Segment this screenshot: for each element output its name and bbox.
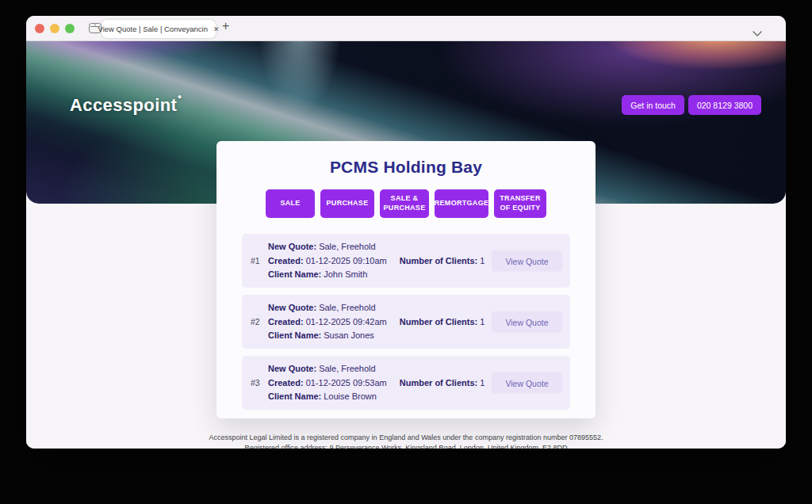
page-body: Accesspoint• Get in touch 020 8129 3800 …: [26, 41, 786, 449]
quote-meta-line: Created:01-12-2025 09:10am Number of Cli…: [268, 254, 485, 269]
quote-type-line: New Quote:Sale, Freehold: [268, 362, 485, 376]
quote-details: New Quote:Sale, Freehold Created:01-12-2…: [268, 301, 485, 343]
client-name-value: Louise Brown: [324, 391, 377, 401]
quote-meta-line: Created:01-12-2025 09:42am Number of Cli…: [268, 315, 485, 330]
quote-type-value: Sale, Freehold: [319, 242, 376, 251]
quote-row: #3 New Quote:Sale, Freehold Created:01-1…: [242, 356, 570, 410]
created-value: 01-12-2025 09:53am: [306, 378, 387, 388]
company-registration-text: Accesspoint Legal Limited is a registere…: [26, 433, 786, 443]
page-title: PCMS Holding Bay: [216, 141, 596, 177]
holding-bay-card: PCMS Holding Bay SALE PURCHASE SALE & PU…: [216, 141, 596, 418]
created-label: Created:: [268, 317, 304, 326]
zoom-window-button[interactable]: [65, 24, 75, 33]
logo-dot: •: [178, 90, 182, 102]
quote-meta-line: Created:01-12-2025 09:53am Number of Cli…: [268, 376, 485, 391]
logo-text: Accesspoint: [70, 95, 177, 115]
screen: View Quote | Sale | Conveyancin ✕ + Acce…: [0, 0, 812, 504]
quote-type-line: New Quote:Sale, Freehold: [268, 240, 485, 254]
clients-value: 1: [480, 378, 485, 388]
accesspoint-logo[interactable]: Accesspoint•: [70, 90, 182, 116]
clients-label: Number of Clients:: [400, 378, 477, 388]
new-quote-label: New Quote:: [268, 303, 316, 312]
minimize-window-button[interactable]: [50, 24, 59, 33]
quote-type-value: Sale, Freehold: [319, 303, 376, 312]
quote-details: New Quote:Sale, Freehold Created:01-12-2…: [268, 240, 485, 282]
tab-title: View Quote | Sale | Conveyancin: [98, 25, 208, 33]
created-value: 01-12-2025 09:10am: [306, 256, 387, 265]
created-value: 01-12-2025 09:42am: [306, 317, 387, 326]
clients-value: 1: [480, 317, 485, 326]
clients-value: 1: [480, 256, 485, 265]
client-name-label: Client Name:: [268, 391, 321, 401]
quote-type-value: Sale, Freehold: [319, 364, 376, 373]
view-quote-button[interactable]: View Quote: [492, 311, 562, 333]
view-quote-button[interactable]: View Quote: [492, 372, 562, 394]
sale-and-purchase-button[interactable]: SALE & PURCHASE: [380, 189, 429, 218]
purchase-button[interactable]: PURCHASE: [320, 189, 374, 218]
client-name-value: Susan Jones: [324, 330, 374, 340]
page-footer: Accesspoint Legal Limited is a registere…: [26, 433, 786, 449]
new-quote-label: New Quote:: [268, 242, 316, 251]
quote-details: New Quote:Sale, Freehold Created:01-12-2…: [268, 362, 485, 404]
new-tab-button[interactable]: +: [222, 19, 229, 33]
browser-titlebar: View Quote | Sale | Conveyancin ✕ +: [26, 16, 786, 41]
new-quote-label: New Quote:: [268, 364, 316, 373]
tab-close-icon[interactable]: ✕: [213, 25, 220, 33]
quote-index: #1: [251, 256, 260, 265]
quote-row: #2 New Quote:Sale, Freehold Created:01-1…: [242, 295, 570, 349]
clients-label: Number of Clients:: [400, 317, 477, 326]
created-label: Created:: [268, 378, 304, 388]
category-buttons: SALE PURCHASE SALE & PURCHASE REMORTGAGE…: [216, 189, 596, 218]
quote-index: #3: [251, 378, 260, 388]
clients-label: Number of Clients:: [400, 256, 477, 265]
client-name-line: Client Name:Louise Brown: [268, 390, 485, 404]
sale-button[interactable]: SALE: [266, 189, 315, 218]
get-in-touch-button[interactable]: Get in touch: [622, 95, 684, 115]
remortgage-button[interactable]: REMORTGAGE: [435, 189, 488, 218]
client-name-label: Client Name:: [268, 269, 321, 279]
browser-window: View Quote | Sale | Conveyancin ✕ + Acce…: [26, 16, 786, 449]
client-name-line: Client Name:Susan Jones: [268, 329, 485, 343]
client-name-label: Client Name:: [268, 330, 321, 340]
client-name-value: John Smith: [324, 269, 367, 279]
view-quote-button[interactable]: View Quote: [492, 250, 562, 272]
header-actions: Get in touch 020 8129 3800: [622, 95, 761, 115]
close-window-button[interactable]: [35, 24, 44, 33]
chevron-down-icon[interactable]: [753, 25, 762, 40]
quote-type-line: New Quote:Sale, Freehold: [268, 301, 485, 315]
registered-office-text: Registered office address: 9 Perseveranc…: [26, 443, 786, 449]
quote-index: #2: [251, 317, 260, 326]
browser-tab[interactable]: View Quote | Sale | Conveyancin ✕: [102, 20, 216, 38]
created-label: Created:: [268, 256, 304, 265]
quote-row: #1 New Quote:Sale, Freehold Created:01-1…: [242, 234, 570, 288]
client-name-line: Client Name:John Smith: [268, 268, 485, 282]
transfer-of-equity-button[interactable]: TRANSFER OF EQUITY: [494, 189, 546, 218]
phone-number-button[interactable]: 020 8129 3800: [688, 95, 761, 115]
